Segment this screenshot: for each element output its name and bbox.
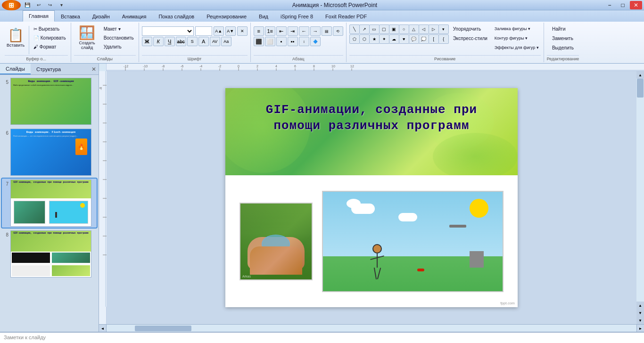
bullets-button[interactable]: ≡ [254,26,264,36]
current-slide[interactable]: GIF-анимации, созданные при помощи разли… [225,88,518,307]
shape-star[interactable]: ★ [369,34,380,44]
increase-indent-button[interactable]: ⇥ [288,26,298,36]
delete-button[interactable]: Удалить [102,42,136,51]
italic-button[interactable]: К [153,37,164,46]
replace-button[interactable]: Заменить [550,34,575,42]
decrease-indent-button[interactable]: ⇤ [276,26,287,36]
scroll-right-button[interactable]: ► [636,325,644,332]
scrollbar-v[interactable]: ▲ ▲ ▼ ▼ [636,71,644,324]
shapes-more[interactable]: ▾ [438,24,449,34]
panel-close-button[interactable]: ✕ [89,64,99,74]
minimize-button[interactable]: − [603,1,616,9]
shape-rrect[interactable]: ▣ [389,24,399,34]
scroll-track-v[interactable] [636,79,644,302]
quick-redo-button[interactable]: ↪ [45,1,55,9]
tab-review[interactable]: Рецензирование [200,10,253,22]
slide-thumb-5[interactable]: 5 Виды анимации. GIF-анимация Файл предс… [2,77,97,126]
restore-button[interactable]: Восстановить [102,33,136,42]
slide-thumb-8[interactable]: 8 GIF-анимации, созданные при помощи раз… [2,229,97,278]
underline-button[interactable]: Ч [165,37,175,46]
line-spacing-button[interactable]: ↕ [299,37,309,46]
layout-button[interactable]: Макет ▾ [102,24,136,33]
scroll-left-button[interactable]: ◄ [99,325,107,332]
clear-format-button[interactable]: ✕ [237,26,248,36]
text-direction-button[interactable]: ⟲ [333,26,343,36]
paste-button[interactable]: 📋 Вставить [5,24,26,52]
tab-view[interactable]: Вид [253,10,274,22]
office-button[interactable]: ⊞ [2,0,21,10]
quick-save-button[interactable]: 💾 [23,1,32,9]
align-right-button[interactable]: ▪ [276,37,287,46]
scroll-down-small[interactable]: ▼ [636,309,644,317]
tab-home[interactable]: Главная [23,10,55,22]
shape-rect[interactable]: ▭ [369,24,380,34]
shape-star2[interactable]: ✦ [379,34,389,44]
shape-line[interactable]: ╲ [349,24,360,34]
numbering-button[interactable]: 1≡ [265,26,275,36]
bold-button[interactable]: Ж [142,37,152,46]
outline-button[interactable]: Контур фигуры ▾ [493,34,541,42]
col-button[interactable]: ▤ [322,26,332,36]
font-size-input[interactable] [195,26,212,36]
shape-brace[interactable]: { [438,34,449,44]
shape-penta[interactable]: ⬠ [349,34,360,44]
change-case-button[interactable]: Aa [221,37,231,46]
cut-button[interactable]: ✂ Вырезать [32,24,68,33]
close-button[interactable]: ✕ [630,1,642,9]
shape-rtri2[interactable]: ▷ [429,24,439,34]
slide-thumb-7[interactable]: 7 GIF-анимации, созданные при помощи раз… [2,179,97,228]
scroll-thumb-h[interactable] [135,326,191,331]
notes-area[interactable]: Заметки к слайду [0,332,644,343]
panel-tab-structure[interactable]: Структура [31,64,66,74]
justify-button[interactable]: ▪▪ [288,37,298,46]
find-button[interactable]: Найти [550,24,568,33]
slide-thumb-6[interactable]: 6 Виды анимации. Flash-анимация Flash-ан… [2,128,97,177]
arrange-button[interactable]: Упорядочить [451,24,489,33]
tab-foxit[interactable]: Foxit Reader PDF [319,10,373,22]
shape-rtri[interactable]: ◁ [419,24,429,34]
align-center-button[interactable]: ⬜ [265,37,275,46]
increase-font-button[interactable]: A▲ [214,26,224,36]
shape-oval[interactable]: ○ [399,24,409,34]
font-color-button[interactable]: A [198,37,209,46]
fill-button[interactable]: Заливка фигуры ▾ [493,24,541,33]
panel-tab-slides[interactable]: Слайды [0,64,31,74]
format-painter-button[interactable]: 🖌 Формат [32,42,68,51]
quick-undo-button[interactable]: ↩ [34,1,43,9]
char-spacing-button[interactable]: AV [210,37,220,46]
ltr-button[interactable]: → [310,26,321,36]
scroll-down-button[interactable]: ▼ [636,317,644,324]
effects-button[interactable]: Эффекты для фигур ▾ [493,43,541,52]
create-slide-button[interactable]: 🪟 Создать слайд [74,24,100,52]
smartart-button[interactable]: 🔷 [310,37,321,46]
tab-ispring[interactable]: iSpring Free 8 [274,10,319,22]
shape-cloud[interactable]: ☁ [389,34,399,44]
quick-styles-button[interactable]: Экспресс-стили [451,34,489,42]
strikethrough-button[interactable]: abc [176,37,186,46]
shape-arrow[interactable]: ↗ [359,24,370,34]
shape-bracket[interactable]: [ [429,34,439,44]
shape-callout2[interactable]: 💭 [419,34,429,44]
shape-callout[interactable]: 💬 [409,34,419,44]
scroll-up-button[interactable]: ▲ [636,71,644,79]
select-button[interactable]: Выделить [550,43,576,52]
shape-rect2[interactable]: ▢ [379,24,389,34]
maximize-button[interactable]: □ [617,1,629,9]
font-select[interactable] [142,26,194,36]
shape-triangle[interactable]: △ [409,24,419,34]
scroll-track-h[interactable] [107,325,636,332]
scroll-thumb-v[interactable] [637,79,644,98]
tab-design[interactable]: Дизайн [86,10,116,22]
align-left-button[interactable]: ⬛ [254,37,264,46]
shadow-button[interactable]: S [187,37,198,46]
shape-hex[interactable]: ⬡ [359,34,370,44]
tab-insert[interactable]: Вставка [55,10,86,22]
shape-heart[interactable]: ♥ [399,34,409,44]
quick-customize-button[interactable]: ▾ [57,1,66,9]
copy-button[interactable]: 📄 Копировать [32,33,68,42]
decrease-font-button[interactable]: A▼ [225,26,236,36]
tab-animation[interactable]: Анимация [116,10,153,22]
rtl-button[interactable]: ← [299,26,309,36]
scroll-up-small[interactable]: ▲ [636,302,644,309]
tab-slideshow[interactable]: Показ слайдов [152,10,200,22]
